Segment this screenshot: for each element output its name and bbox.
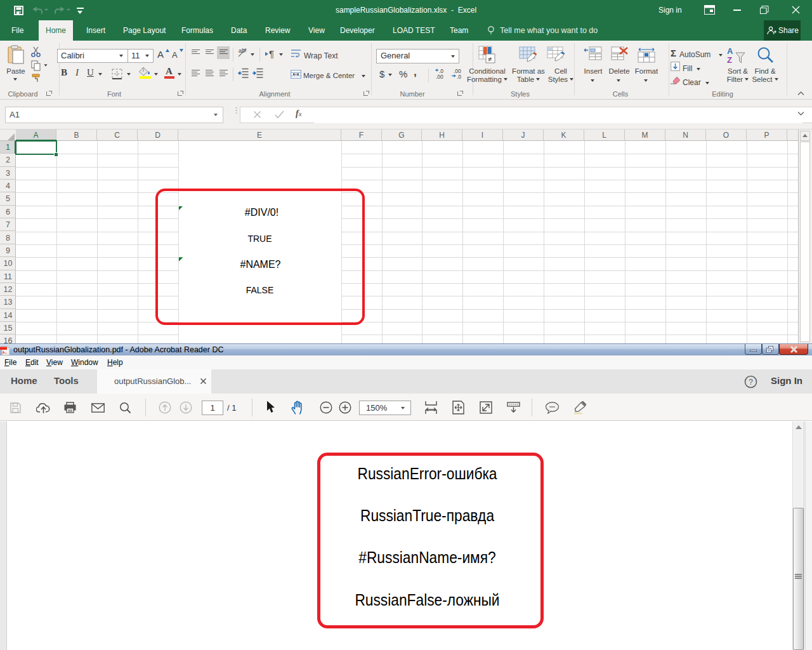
svg-text:?: ?	[749, 378, 753, 387]
svg-text:.0: .0	[457, 74, 461, 80]
svg-text:Z: Z	[727, 55, 732, 65]
svg-text:ab: ab	[239, 48, 245, 54]
svg-text:A: A	[727, 46, 733, 56]
svg-text:¶: ¶	[269, 48, 274, 59]
svg-text:.00: .00	[436, 74, 443, 80]
svg-text:≠: ≠	[488, 55, 492, 63]
